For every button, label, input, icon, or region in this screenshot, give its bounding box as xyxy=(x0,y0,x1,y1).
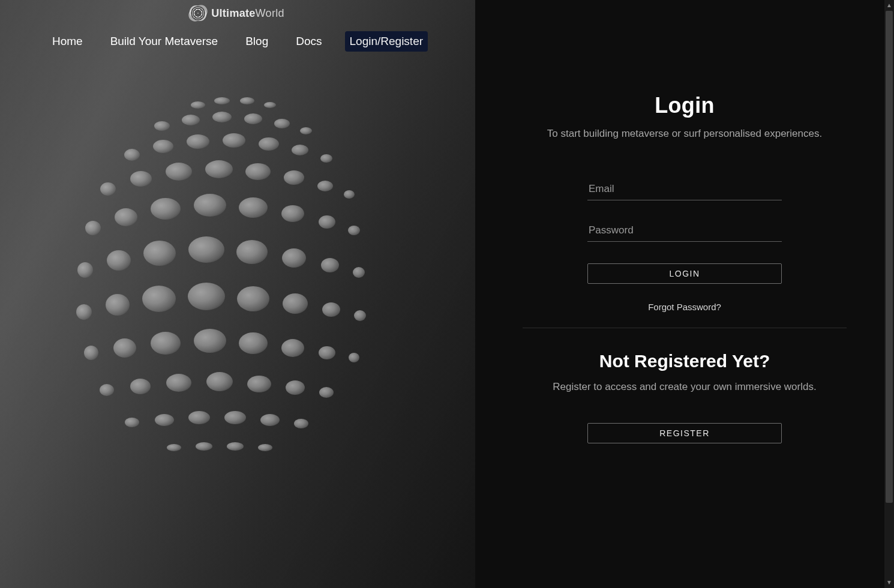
main-nav: Home Build Your Metaverse Blog Docs Logi… xyxy=(0,31,475,52)
svg-point-1 xyxy=(214,97,230,104)
svg-point-40 xyxy=(353,267,365,278)
svg-point-43 xyxy=(142,286,176,312)
nav-docs[interactable]: Docs xyxy=(291,31,326,52)
login-button[interactable]: LOGIN xyxy=(587,263,782,284)
svg-point-8 xyxy=(274,119,290,128)
svg-point-23 xyxy=(317,181,333,191)
scroll-up-icon[interactable]: ▲ xyxy=(886,2,892,8)
login-form: LOGIN xyxy=(587,181,782,284)
svg-point-60 xyxy=(206,372,233,391)
svg-point-25 xyxy=(85,221,101,235)
svg-point-48 xyxy=(354,310,366,321)
svg-point-24 xyxy=(344,190,355,199)
svg-point-73 xyxy=(258,444,272,451)
svg-point-55 xyxy=(319,346,335,359)
svg-point-44 xyxy=(188,283,225,310)
svg-point-32 xyxy=(348,226,360,235)
svg-point-35 xyxy=(143,241,176,266)
svg-point-5 xyxy=(182,115,200,125)
svg-point-3 xyxy=(264,102,276,108)
svg-point-34 xyxy=(107,250,131,271)
nav-login-register[interactable]: Login/Register xyxy=(345,31,428,52)
svg-point-68 xyxy=(260,414,280,426)
email-field[interactable] xyxy=(587,181,782,200)
svg-point-31 xyxy=(319,215,335,229)
scrollbar-thumb[interactable] xyxy=(886,11,893,503)
login-heading: Login xyxy=(655,93,714,118)
svg-point-19 xyxy=(166,163,192,181)
svg-point-70 xyxy=(167,444,181,451)
svg-point-54 xyxy=(281,339,304,357)
svg-point-56 xyxy=(349,353,359,362)
svg-point-52 xyxy=(194,329,226,353)
svg-point-62 xyxy=(286,380,305,395)
svg-point-16 xyxy=(320,154,332,163)
svg-point-53 xyxy=(239,332,268,354)
svg-point-9 xyxy=(300,127,312,134)
login-subtitle: To start building metaverse or surf pers… xyxy=(547,128,822,140)
svg-point-49 xyxy=(84,346,98,360)
svg-point-45 xyxy=(237,286,269,311)
svg-point-6 xyxy=(212,112,232,122)
dotted-sphere-graphic xyxy=(36,66,444,474)
register-button-wrap: REGISTER xyxy=(587,423,782,443)
svg-point-14 xyxy=(259,137,279,151)
svg-point-21 xyxy=(245,163,271,180)
password-field[interactable] xyxy=(587,222,782,242)
svg-point-65 xyxy=(155,414,174,426)
svg-point-41 xyxy=(76,304,92,320)
svg-point-18 xyxy=(130,171,152,187)
register-subtitle: Register to access and create your own i… xyxy=(553,381,816,393)
svg-point-38 xyxy=(282,248,306,268)
brand-text-bold: Ultimate xyxy=(211,7,255,19)
svg-point-36 xyxy=(188,236,224,263)
brand[interactable]: UltimateWorld xyxy=(0,6,475,20)
svg-point-29 xyxy=(239,197,268,218)
nav-blog[interactable]: Blog xyxy=(241,31,273,52)
nav-build-metaverse[interactable]: Build Your Metaverse xyxy=(106,31,223,52)
svg-point-66 xyxy=(188,411,210,424)
globe-dots-icon xyxy=(191,6,205,20)
svg-point-59 xyxy=(166,374,191,392)
register-button[interactable]: REGISTER xyxy=(587,423,782,443)
svg-point-71 xyxy=(196,442,212,451)
register-heading: Not Registered Yet? xyxy=(599,351,770,371)
svg-point-15 xyxy=(292,145,308,155)
brand-text: UltimateWorld xyxy=(211,7,284,20)
svg-point-58 xyxy=(130,379,151,394)
svg-point-17 xyxy=(100,182,116,196)
svg-point-33 xyxy=(77,262,93,278)
svg-point-42 xyxy=(106,294,130,316)
svg-point-47 xyxy=(322,302,340,317)
viewport: UltimateWorld Home Build Your Metaverse … xyxy=(0,0,894,588)
svg-point-39 xyxy=(321,258,339,272)
auth-pane: Login To start building metaverse or sur… xyxy=(475,0,894,588)
forgot-password-link[interactable]: Forgot Password? xyxy=(648,302,721,312)
nav-home[interactable]: Home xyxy=(47,31,88,52)
svg-point-4 xyxy=(154,121,170,131)
section-divider xyxy=(523,328,847,328)
hero-pane: UltimateWorld Home Build Your Metaverse … xyxy=(0,0,475,588)
svg-point-63 xyxy=(319,387,334,398)
svg-point-22 xyxy=(284,170,304,185)
svg-point-69 xyxy=(294,419,308,428)
svg-point-61 xyxy=(247,376,271,392)
svg-point-13 xyxy=(223,133,245,148)
svg-point-67 xyxy=(224,411,246,424)
svg-point-27 xyxy=(151,198,181,220)
svg-point-2 xyxy=(240,97,254,104)
svg-point-72 xyxy=(227,442,244,451)
svg-point-28 xyxy=(194,194,226,217)
scroll-down-icon[interactable]: ▼ xyxy=(886,580,892,586)
scrollbar-track[interactable]: ▲ ▼ xyxy=(884,0,894,588)
svg-point-10 xyxy=(124,149,140,161)
svg-point-57 xyxy=(100,384,114,396)
svg-point-0 xyxy=(191,101,205,109)
svg-point-37 xyxy=(236,240,268,264)
brand-text-thin: World xyxy=(256,7,284,19)
svg-point-50 xyxy=(113,338,136,358)
svg-point-12 xyxy=(187,134,209,149)
svg-point-7 xyxy=(244,113,262,124)
svg-point-20 xyxy=(205,160,233,178)
svg-point-26 xyxy=(115,208,137,226)
